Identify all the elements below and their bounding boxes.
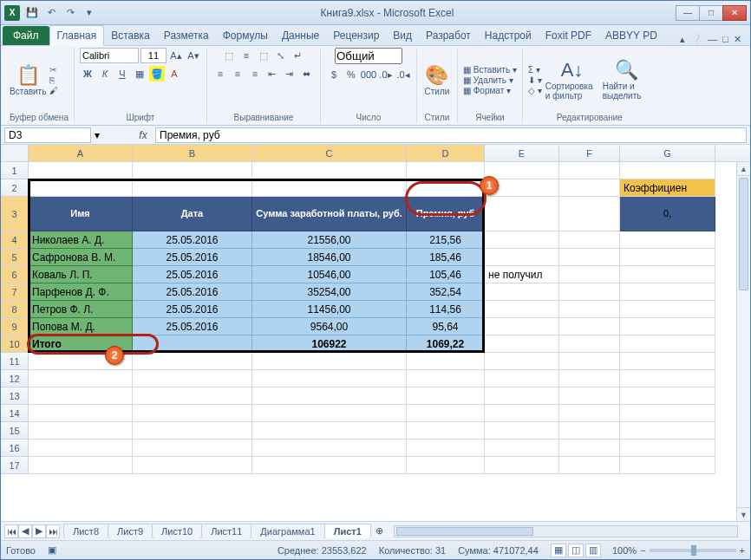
col-header-D[interactable]: D (407, 145, 485, 161)
row-header-17[interactable]: 17 (1, 457, 29, 474)
minimize-button[interactable]: — (676, 5, 700, 21)
cell[interactable] (252, 440, 407, 457)
doc-restore-icon[interactable]: □ (722, 34, 728, 45)
formula-input[interactable]: Премия, руб (155, 127, 747, 143)
cell-bonus[interactable]: 105,46 (407, 266, 485, 283)
cell-name[interactable]: Николаев А. Д. (29, 231, 133, 249)
fill-color-button[interactable]: 🪣 (149, 66, 165, 81)
zoom-out-button[interactable]: − (640, 545, 645, 556)
sheet-nav-last[interactable]: ⏭ (46, 524, 60, 538)
cell[interactable] (620, 422, 715, 440)
cell[interactable] (485, 405, 559, 422)
cell-salary[interactable]: 21556,00 (252, 231, 407, 249)
cell-date[interactable]: 25.05.2016 (133, 249, 252, 266)
cut-button[interactable]: ✂ (49, 65, 58, 75)
col-header-C[interactable]: C (252, 145, 407, 161)
cell[interactable] (559, 387, 620, 405)
row-header-1[interactable]: 1 (1, 162, 29, 179)
worksheet-grid[interactable]: A B C D E F G 1 2 Коэффициен 3 Имя Дата … (1, 145, 750, 521)
cell[interactable] (407, 179, 485, 197)
view-normal-button[interactable]: ▦ (551, 544, 566, 557)
cell[interactable] (133, 457, 252, 474)
help-icon[interactable]: ❔ (690, 34, 702, 45)
cell[interactable] (620, 301, 715, 318)
cell-note[interactable]: не получил (485, 266, 559, 283)
cell[interactable] (485, 231, 559, 249)
cell[interactable] (407, 370, 485, 387)
cell[interactable] (407, 422, 485, 440)
zoom-slider-thumb[interactable] (691, 545, 696, 556)
table-header-salary[interactable]: Сумма заработной платы, руб. (252, 197, 407, 231)
view-pagebreak-button[interactable]: ▥ (585, 544, 601, 557)
cell[interactable] (485, 318, 559, 335)
align-bottom-button[interactable]: ⬚ (256, 48, 271, 63)
number-format-input[interactable] (335, 48, 402, 64)
styles-button[interactable]: 🎨Стили (422, 64, 452, 96)
cell[interactable] (620, 318, 715, 335)
cell[interactable] (559, 249, 620, 266)
col-header-F[interactable]: F (559, 145, 620, 161)
name-box[interactable]: D3 (4, 127, 91, 143)
font-color-button[interactable]: A (167, 66, 182, 81)
cell[interactable] (485, 283, 559, 301)
cell-total-bonus[interactable]: 1069,22 (407, 335, 485, 353)
cell[interactable] (485, 387, 559, 405)
cell-total-salary[interactable]: 106922 (252, 335, 407, 353)
doc-close-icon[interactable]: ✕ (734, 34, 741, 45)
cell[interactable] (620, 162, 715, 179)
zoom-in-button[interactable]: + (740, 545, 745, 556)
sheet-tab[interactable]: Лист9 (108, 524, 153, 538)
cell[interactable] (620, 266, 715, 283)
cell[interactable] (407, 162, 485, 179)
cell-G2[interactable]: Коэффициен (620, 179, 715, 197)
cell-date[interactable]: 25.05.2016 (133, 266, 252, 283)
cell-salary[interactable]: 10546,00 (252, 266, 407, 283)
wrap-text-button[interactable]: ↵ (291, 48, 306, 63)
comma-button[interactable]: 000 (361, 67, 376, 82)
cell[interactable] (559, 179, 620, 197)
cell[interactable] (485, 249, 559, 266)
font-size-input[interactable] (140, 48, 167, 63)
clear-button[interactable]: ◇ ▾ (528, 86, 542, 95)
cell-name[interactable]: Коваль Л. П. (29, 266, 133, 283)
col-header-E[interactable]: E (485, 145, 559, 161)
cell[interactable] (407, 440, 485, 457)
row-header-9[interactable]: 9 (1, 318, 29, 335)
table-header-date[interactable]: Дата (133, 197, 252, 231)
dec-decimal-button[interactable]: .0◂ (395, 67, 411, 82)
cell[interactable] (133, 370, 252, 387)
tab-review[interactable]: Рецензир (326, 26, 386, 45)
copy-button[interactable]: ⎘ (49, 75, 58, 85)
cell[interactable] (252, 370, 407, 387)
macro-record-icon[interactable]: ▣ (48, 544, 56, 556)
save-button[interactable]: 💾 (23, 4, 41, 22)
cell-salary[interactable]: 35254,00 (252, 283, 407, 301)
view-layout-button[interactable]: ◫ (568, 544, 584, 557)
redo-button[interactable]: ↷ (62, 4, 79, 22)
merge-button[interactable]: ⬌ (299, 66, 315, 81)
format-painter-button[interactable]: 🖌 (49, 86, 58, 95)
cell[interactable] (252, 162, 407, 179)
tab-view[interactable]: Вид (386, 26, 419, 45)
indent-dec-button[interactable]: ⇤ (264, 66, 280, 81)
underline-button[interactable]: Ч (114, 66, 130, 81)
cell[interactable] (559, 335, 620, 353)
sheet-tab[interactable]: Лист8 (63, 524, 108, 538)
cell[interactable] (133, 422, 252, 440)
row-header-10[interactable]: 10 (1, 335, 29, 353)
cell-bonus[interactable]: 114,56 (407, 301, 485, 318)
tab-data[interactable]: Данные (275, 26, 326, 45)
sheet-tab[interactable]: Лист10 (152, 524, 202, 538)
cell[interactable] (559, 318, 620, 335)
cell-bonus[interactable]: 352,54 (407, 283, 485, 301)
grow-font-button[interactable]: A▴ (168, 48, 184, 63)
tab-foxit[interactable]: Foxit PDF (539, 26, 598, 45)
cell[interactable] (485, 197, 559, 231)
cell[interactable] (620, 231, 715, 249)
cell-date[interactable]: 25.05.2016 (133, 283, 252, 301)
cell[interactable] (29, 405, 133, 422)
cell[interactable] (133, 440, 252, 457)
bold-button[interactable]: Ж (80, 66, 95, 81)
cell[interactable] (620, 335, 715, 353)
sheet-tab[interactable]: Диаграмма1 (251, 524, 324, 538)
